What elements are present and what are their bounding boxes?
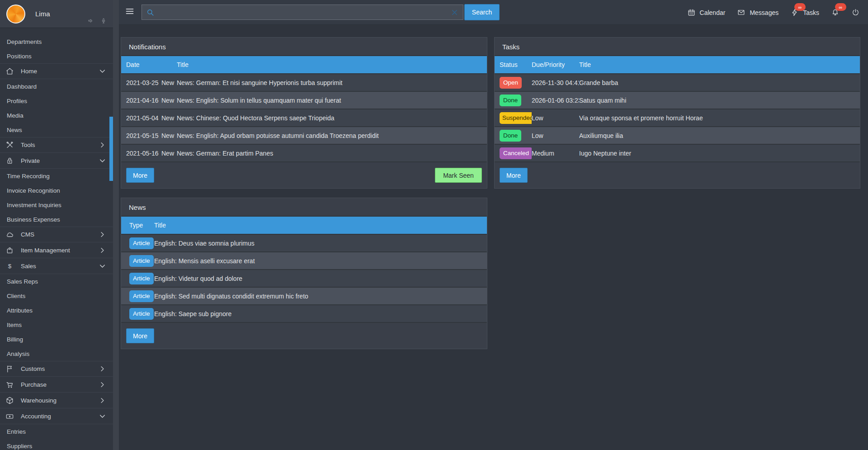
tasks-badge: ∞: [794, 3, 806, 11]
search-button[interactable]: Search: [464, 4, 500, 20]
package-icon: [5, 396, 14, 405]
chevron-right-icon: [98, 365, 107, 373]
table-row[interactable]: 2021-05-15 New News: English: Apud orbam…: [121, 127, 487, 145]
type-badge: Article: [129, 290, 154, 302]
envelope-icon: [737, 8, 745, 17]
sidebar-item-investment-inquiries[interactable]: Investment Inquiries: [0, 198, 113, 212]
sidebar-scrollbar-thumb[interactable]: [109, 117, 113, 181]
sidebar-item-items[interactable]: Items: [0, 317, 113, 332]
messages-nav[interactable]: Messages: [737, 8, 778, 17]
tasks-nav[interactable]: ∞ Tasks: [790, 8, 819, 17]
table-row[interactable]: Article English: Saepe sub pignore: [121, 305, 487, 323]
sidebar-item-tools[interactable]: Tools: [0, 137, 113, 153]
news-panel: News Type Title Article English: Deus vi…: [121, 198, 487, 349]
sidebar-menu: Departments Positions Home Dashboard Pro…: [0, 28, 113, 450]
cloud-icon: [5, 230, 14, 239]
chevron-right-icon: [98, 380, 107, 389]
search-box: [142, 5, 463, 20]
column-header-title: Title: [177, 61, 487, 68]
sidebar-item-accounting[interactable]: Accounting: [0, 408, 113, 424]
tools-icon: [5, 141, 14, 149]
panel-footer: More Mark Seen: [121, 162, 487, 188]
table-row[interactable]: Open 2026-11-30 04:41 Grande barba: [495, 74, 860, 92]
sidebar-item-warehousing[interactable]: Warehousing: [0, 393, 113, 408]
hamburger-menu-icon[interactable]: [125, 6, 135, 18]
app-name: Lima: [35, 10, 50, 18]
sidebar-item-entries[interactable]: Entries: [0, 424, 113, 439]
sidebar-item-suppliers[interactable]: Suppliers: [0, 439, 113, 450]
sidebar-item-sales[interactable]: Sales: [0, 258, 113, 274]
sidebar-item-business-expenses[interactable]: Business Expenses: [0, 212, 113, 227]
app-logo[interactable]: [6, 5, 25, 24]
news-more-button[interactable]: More: [126, 328, 154, 343]
status-badge: Suspended: [500, 112, 532, 124]
shopping-bag-icon: [5, 246, 14, 255]
tasks-panel: Tasks Status Due/Priority Title Open 202…: [494, 37, 860, 189]
chevron-down-icon: [98, 412, 107, 421]
sidebar-item-customs[interactable]: Customs: [0, 361, 113, 377]
calendar-nav[interactable]: Calendar: [687, 8, 726, 17]
speaker-icon[interactable]: [88, 18, 94, 26]
panel-footer: More: [121, 323, 487, 349]
sidebar-item-attributes[interactable]: Attributes: [0, 303, 113, 317]
sidebar-item-media[interactable]: Media: [0, 108, 113, 123]
table-row[interactable]: 2021-05-04 New News: Chinese: Quod Hecto…: [121, 109, 487, 127]
sidebar-item-invoice-recognition[interactable]: Invoice Recognition: [0, 183, 113, 198]
type-badge: Article: [129, 273, 154, 284]
column-header-title: Title: [579, 61, 860, 68]
table-header: Type Title: [121, 217, 487, 235]
sidebar-item-item-management[interactable]: Item Management: [0, 242, 113, 258]
flag-icon: [5, 365, 14, 373]
status-badge: Open: [500, 77, 522, 89]
chevron-right-icon: [98, 141, 107, 149]
table-row[interactable]: 2021-05-16 New News: German: Erat partim…: [121, 145, 487, 162]
column-header-date: Date: [126, 61, 161, 68]
table-row[interactable]: Done Low Auxiliumque ilia: [495, 127, 860, 145]
sidebar-item-dashboard[interactable]: Dashboard: [0, 79, 113, 94]
sidebar-item-analysis[interactable]: Analysis: [0, 346, 113, 361]
table-header: Status Due/Priority Title: [495, 56, 860, 74]
table-row[interactable]: 2021-03-25 New News: German: Et nisi san…: [121, 74, 487, 92]
table-row[interactable]: Article English: Videtur quod ad dolore: [121, 270, 487, 288]
type-badge: Article: [129, 308, 154, 320]
sidebar-item-profiles[interactable]: Profiles: [0, 94, 113, 108]
table-row[interactable]: Canceled Medium Iugo Neptune inter: [495, 145, 860, 162]
sidebar-item-purchase[interactable]: Purchase: [0, 377, 113, 393]
alerts-badge: ∞: [835, 3, 846, 11]
logout-nav[interactable]: [851, 8, 860, 17]
lock-icon: [5, 156, 14, 165]
sidebar-item-time-recording[interactable]: Time Recording: [0, 169, 113, 183]
table-row[interactable]: 2021-04-16 New News: English: Solum in t…: [121, 92, 487, 109]
microphone-icon[interactable]: [100, 18, 107, 26]
clear-search-icon[interactable]: [450, 8, 459, 17]
table-row[interactable]: Article English: Sed multi dignatus cond…: [121, 288, 487, 305]
table-row[interactable]: Article English: Deus viae somnia plurim…: [121, 235, 487, 252]
sidebar-item-home[interactable]: Home: [0, 63, 113, 79]
home-icon: [5, 67, 14, 76]
notifications-more-button[interactable]: More: [126, 168, 154, 183]
column-header-status: Status: [500, 61, 532, 68]
mark-seen-button[interactable]: Mark Seen: [435, 168, 482, 183]
cart-icon: [5, 380, 14, 389]
sidebar-item-cms[interactable]: CMS: [0, 227, 113, 242]
panel-title: News: [121, 198, 487, 217]
alerts-nav[interactable]: ∞: [831, 8, 840, 17]
sidebar-item-billing[interactable]: Billing: [0, 332, 113, 346]
sidebar-item-private[interactable]: Private: [0, 153, 113, 169]
sidebar-item-news[interactable]: News: [0, 123, 113, 137]
search-input[interactable]: [155, 5, 450, 19]
sidebar-item-departments[interactable]: Departments: [0, 34, 113, 49]
table-row[interactable]: Suspended Low Via oraque sponsa et prome…: [495, 109, 860, 127]
table-row[interactable]: Article English: Mensis aselli excusare …: [121, 252, 487, 270]
dollar-icon: [5, 262, 14, 270]
sidebar-item-clients[interactable]: Clients: [0, 289, 113, 303]
table-row[interactable]: Done 2026-01-06 03:23 Satus quam mihi: [495, 92, 860, 109]
power-icon: [851, 8, 860, 17]
tasks-more-button[interactable]: More: [500, 168, 528, 183]
sidebar-item-positions[interactable]: Positions: [0, 49, 113, 63]
type-badge: Article: [129, 237, 154, 249]
column-header-due: Due/Priority: [532, 61, 579, 68]
sidebar-item-sales-reps[interactable]: Sales Reps: [0, 274, 113, 289]
notifications-panel: Notifications Date Title 2021-03-25 New …: [121, 37, 487, 189]
calendar-label: Calendar: [700, 9, 726, 16]
